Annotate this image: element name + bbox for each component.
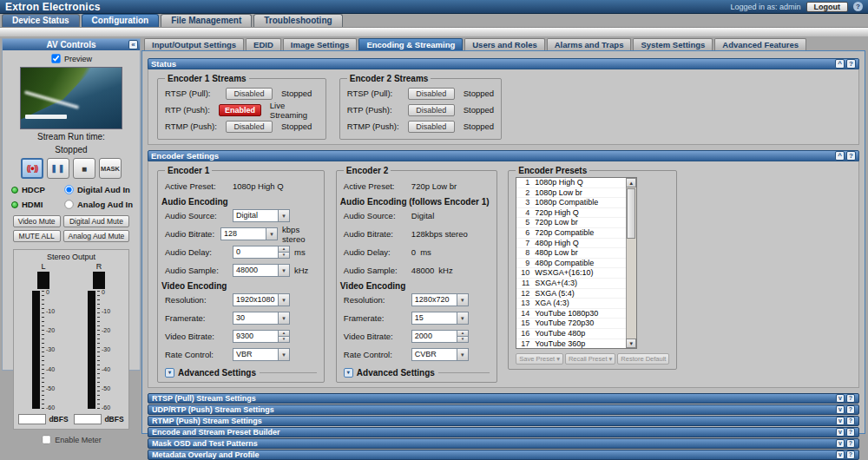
logout-button[interactable]: Logout	[806, 2, 849, 12]
preset-list-item[interactable]: 7 480p High Q	[516, 239, 636, 249]
enc1-resolution-select[interactable]: 1920x1080▾	[233, 293, 290, 306]
preset-list-item[interactable]: 10 WSXGA+(16:10)	[516, 268, 636, 279]
stream-button[interactable]: ((●))	[21, 158, 43, 179]
subtab-alarms-traps[interactable]: Alarms and Traps	[547, 38, 632, 50]
preset-list-item[interactable]: 1 1080p High Q	[516, 178, 636, 188]
analog-aud-in-radio[interactable]: Analog Aud In	[63, 199, 141, 210]
spinner-down-icon[interactable]: ▼	[278, 252, 290, 259]
encoder-settings-collapse-icon[interactable]: ^	[835, 151, 845, 161]
preset-list-item[interactable]: 11 SXGA+(4:3)	[516, 279, 636, 289]
preset-list-item[interactable]: 6 720p Compatible	[516, 228, 636, 239]
expand-icon[interactable]: v	[836, 394, 845, 403]
preset-list-item[interactable]: 4 720p High Q	[516, 208, 636, 219]
digital-aud-in-radio[interactable]: Digital Aud In	[63, 184, 141, 195]
enc2-rtmp-toggle-button[interactable]: Disabled	[408, 121, 455, 133]
help-icon[interactable]: ?	[846, 450, 855, 459]
help-icon[interactable]: ?	[846, 439, 855, 448]
tab-troubleshooting[interactable]: Troubleshooting	[253, 14, 342, 27]
enc1-rtsp-toggle-button[interactable]: Disabled	[226, 88, 273, 100]
tab-configuration[interactable]: Configuration	[82, 14, 160, 27]
subtab-encoding-streaming[interactable]: Encoding & Streaming	[358, 38, 463, 50]
spinner-up-icon[interactable]: ▲	[278, 246, 290, 252]
video-mute-button[interactable]: Video Mute	[13, 215, 61, 227]
right-dbfs-field[interactable]	[74, 414, 102, 424]
subtab-image-settings[interactable]: Image Settings	[283, 38, 358, 50]
enc1-video-bitrate-spinner[interactable]: 9300▲▼	[233, 330, 290, 343]
enc1-framerate-select[interactable]: 30▾	[233, 312, 290, 325]
enc2-rate-control-select[interactable]: CVBR▾	[411, 348, 469, 361]
expand-icon[interactable]: v	[836, 428, 845, 437]
preset-list-item[interactable]: 15 YouTube 720p30	[516, 319, 636, 329]
scroll-up-icon[interactable]: ▲	[626, 178, 636, 187]
encoder-settings-help-icon[interactable]: ?	[846, 151, 856, 161]
spinner-up-icon[interactable]: ▲	[457, 330, 469, 336]
subtab-users-roles[interactable]: Users and Roles	[464, 38, 544, 50]
spinner-down-icon[interactable]: ▼	[278, 336, 290, 343]
enc1-advanced-settings-expander[interactable]: ▾ Advanced Settings	[165, 368, 317, 378]
enc1-audio-source-select[interactable]: Digital▾	[233, 209, 290, 222]
help-icon[interactable]: ?	[853, 2, 863, 11]
subtab-input-output[interactable]: Input/Output Settings	[144, 38, 244, 50]
expand-icon[interactable]: v	[836, 439, 845, 448]
restore-default-button[interactable]: Restore Default	[617, 353, 669, 365]
enc1-rtmp-toggle-button[interactable]: Disabled	[226, 121, 273, 133]
help-icon[interactable]: ?	[846, 394, 855, 403]
enc1-audio-sample-select[interactable]: 48000▾	[233, 264, 290, 277]
stop-button[interactable]: ■	[73, 158, 95, 179]
collapsed-section-bar[interactable]: Encode and Stream Preset Builder v ?	[148, 427, 859, 437]
enc1-audio-bitrate-select[interactable]: 128▾	[220, 227, 278, 240]
expand-icon[interactable]: v	[836, 405, 845, 414]
left-dbfs-field[interactable]	[18, 414, 46, 424]
preset-listbox[interactable]: 1 1080p High Q 2 1080p Low br 3 1080p Co…	[516, 177, 637, 349]
mute-all-button[interactable]: MUTE ALL	[13, 230, 61, 242]
help-icon[interactable]: ?	[846, 428, 855, 437]
collapsed-section-bar[interactable]: RTMP (Push) Stream Settings v ?	[148, 416, 859, 426]
recall-preset-button[interactable]: Recall Preset▾	[565, 353, 615, 365]
enc2-framerate-select[interactable]: 15▾	[411, 312, 469, 325]
preset-list-item[interactable]: 9 480p Compatible	[516, 259, 636, 269]
status-collapse-icon[interactable]: ^	[835, 59, 845, 69]
enc2-resolution-select[interactable]: 1280x720▾	[411, 293, 469, 306]
collapsed-section-bar[interactable]: UDP/RTP (Push) Stream Settings v ?	[148, 404, 859, 415]
enc2-rtsp-toggle-button[interactable]: Disabled	[408, 88, 455, 100]
digital-aud-mute-button[interactable]: Digital Aud Mute	[63, 215, 130, 227]
enc1-audio-delay-spinner[interactable]: 0▲▼	[233, 246, 290, 259]
enc2-video-bitrate-spinner[interactable]: 2000▲▼	[411, 330, 469, 343]
enc1-rtp-toggle-button[interactable]: Enabled	[219, 104, 260, 116]
digital-aud-in-input[interactable]	[64, 185, 73, 194]
enc1-rate-control-select[interactable]: VBR▾	[233, 348, 290, 361]
preset-scrollbar[interactable]: ▲ ▼	[626, 178, 636, 348]
save-preset-button[interactable]: Save Preset▾	[516, 353, 563, 365]
preset-list-item[interactable]: 17 YouTube 360p	[516, 339, 636, 350]
subtab-advanced-features[interactable]: Advanced Features	[714, 38, 806, 50]
preset-list-item[interactable]: 12 SXGA (5:4)	[516, 289, 636, 299]
collapsed-section-bar[interactable]: Mask OSD and Test Patterns v ?	[148, 438, 859, 449]
pause-button[interactable]: ❚❚	[47, 158, 69, 179]
enc2-advanced-settings-expander[interactable]: ▾ Advanced Settings	[344, 368, 490, 378]
expand-icon[interactable]: v	[836, 450, 845, 459]
preset-list-item[interactable]: 8 480p Low br	[516, 248, 636, 259]
collapsed-section-bar[interactable]: RTSP (Pull) Stream Settings v ?	[148, 393, 859, 404]
tab-device-status[interactable]: Device Status	[2, 14, 80, 27]
collapsed-section-bar[interactable]: Metadata Overlay and Profile v ?	[148, 450, 859, 460]
preset-list-item[interactable]: 16 YouTube 480p	[516, 329, 636, 339]
sidebar-collapse-icon[interactable]: «	[128, 40, 138, 49]
preset-list-item[interactable]: 3 1080p Compatible	[516, 198, 636, 208]
analog-aud-mute-button[interactable]: Analog Aud Mute	[63, 230, 130, 242]
enable-meter-checkbox[interactable]	[43, 435, 51, 444]
subtab-system-settings[interactable]: System Settings	[633, 38, 713, 50]
expand-icon[interactable]: v	[836, 417, 845, 425]
analog-aud-in-input[interactable]	[64, 200, 73, 208]
preset-list-item[interactable]: 13 XGA (4:3)	[516, 299, 636, 309]
expand-icon[interactable]: ▾	[165, 368, 174, 378]
spinner-up-icon[interactable]: ▲	[278, 330, 290, 336]
help-icon[interactable]: ?	[846, 405, 855, 414]
spinner-down-icon[interactable]: ▼	[457, 336, 469, 343]
preview-checkbox[interactable]	[51, 54, 60, 62]
help-icon[interactable]: ?	[846, 417, 855, 425]
mask-button[interactable]: MASK	[99, 158, 122, 179]
scrollbar-thumb[interactable]	[627, 188, 635, 239]
expand-icon[interactable]: ▾	[344, 368, 353, 378]
preset-list-item[interactable]: 5 720p Low br	[516, 218, 636, 228]
scroll-down-icon[interactable]: ▼	[626, 338, 636, 348]
